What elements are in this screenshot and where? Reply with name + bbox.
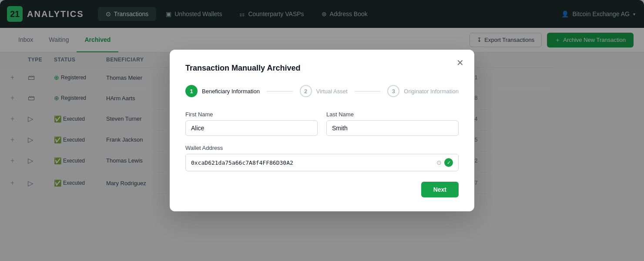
step-2: 2 Virtual Asset — [300, 85, 348, 97]
wallet-field: Wallet Address ⊙ ✓ — [185, 145, 459, 171]
verify-icon: ✓ — [444, 158, 453, 167]
step-1: 1 Beneficiary Information — [185, 85, 260, 97]
first-name-input[interactable] — [185, 120, 318, 136]
step-1-label: Beneficiary Information — [202, 88, 260, 95]
step-3: 3 Originator Information — [387, 85, 459, 97]
step-1-circle: 1 — [185, 85, 198, 97]
step-3-circle: 3 — [387, 85, 399, 97]
wallet-input-wrap: ⊙ ✓ — [185, 154, 459, 171]
step-2-label: Virtual Asset — [316, 88, 348, 95]
wallet-icons: ⊙ ✓ — [436, 158, 453, 167]
stepper: 1 Beneficiary Information 2 Virtual Asse… — [185, 85, 459, 97]
modal-overlay: Transaction Manually Archived ✕ 1 Benefi… — [0, 0, 644, 261]
step-3-label: Originator Information — [404, 88, 459, 95]
wallet-label: Wallet Address — [185, 145, 459, 151]
first-name-label: First Name — [185, 111, 318, 118]
last-name-label: Last Name — [326, 111, 459, 118]
step-2-circle: 2 — [300, 85, 312, 97]
modal: Transaction Manually Archived ✕ 1 Benefi… — [170, 50, 474, 211]
modal-title: Transaction Manually Archived — [185, 64, 459, 73]
wallet-address-input[interactable] — [191, 159, 433, 166]
first-name-field: First Name — [185, 111, 318, 136]
modal-footer: Next — [185, 182, 459, 197]
next-button[interactable]: Next — [421, 182, 459, 197]
name-row: First Name Last Name — [185, 111, 459, 136]
last-name-input[interactable] — [326, 120, 459, 136]
modal-close-button[interactable]: ✕ — [456, 58, 464, 67]
step-connector-1 — [267, 91, 293, 92]
last-name-field: Last Name — [326, 111, 459, 136]
copy-icon[interactable]: ⊙ — [436, 159, 442, 166]
step-connector-2 — [355, 91, 381, 92]
